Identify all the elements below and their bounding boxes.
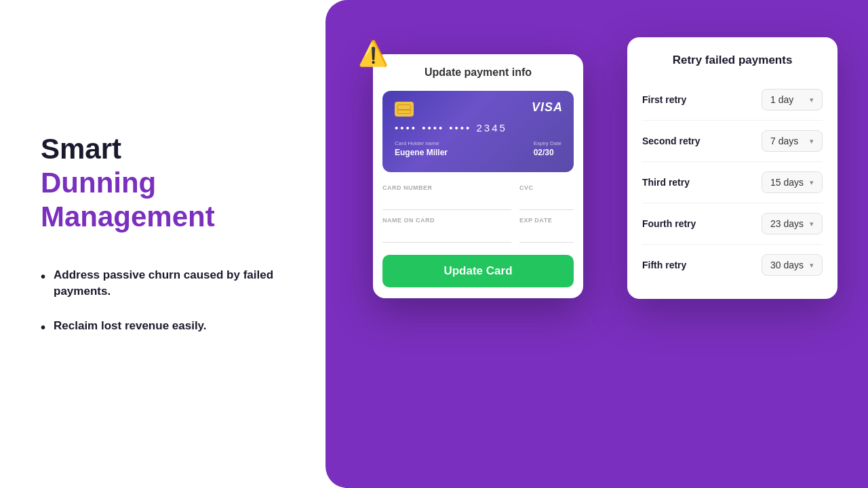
card-holder-group: Card Holder name Eugene Miller [395, 140, 448, 157]
retry-label-2: Second retry [642, 136, 701, 146]
retry-item-5: Fifth retry30 days▾ [642, 245, 823, 285]
retry-item-1: First retry1 day▾ [642, 79, 823, 121]
bullet-item-1: Address passive churn caused by failed p… [41, 267, 285, 300]
retry-label-4: Fourth retry [642, 218, 696, 229]
heading-line3: Management [41, 200, 285, 234]
chevron-down-icon: ▾ [810, 261, 814, 270]
retry-item-4: Fourth retry23 days▾ [642, 203, 823, 245]
name-field: NAME ON CARD [382, 217, 511, 243]
payment-form: CARD NUMBER CVC NAME ON CARD EXP DATE [373, 178, 583, 298]
exp-label: EXP DATE [519, 217, 574, 224]
retry-items-container: First retry1 day▾Second retry7 days▾Thir… [642, 79, 823, 285]
form-row-2: NAME ON CARD EXP DATE [382, 217, 574, 243]
card-number-field: CARD NUMBER [382, 184, 511, 210]
card-chip [395, 102, 414, 117]
retry-dropdown-1[interactable]: 1 day▾ [762, 89, 823, 110]
card-brand: VISA [532, 100, 563, 115]
card-expiry-group: Expiry Date 02/30 [534, 140, 561, 157]
left-panel: Smart Dunning Management Address passive… [0, 0, 326, 488]
retry-value-2: 7 days [770, 136, 798, 146]
right-panel: ⚠️ Update payment info VISA •••• •••• ••… [326, 0, 868, 488]
retry-item-2: Second retry7 days▾ [642, 121, 823, 162]
retry-value-1: 1 day [770, 94, 793, 105]
retry-label-3: Third retry [642, 177, 690, 188]
warning-icon: ⚠️ [358, 39, 389, 68]
expiry-label: Expiry Date [534, 140, 561, 146]
cvc-label: CVC [519, 184, 574, 191]
retry-dropdown-5[interactable]: 30 days▾ [762, 254, 823, 276]
bullet-list: Address passive churn caused by failed p… [41, 267, 285, 357]
holder-label: Card Holder name [395, 140, 448, 146]
card-number-input[interactable] [382, 194, 511, 210]
card-number-display: •••• •••• •••• 2345 [395, 122, 561, 134]
update-card-button[interactable]: Update Card [382, 255, 574, 287]
retry-value-3: 15 days [770, 177, 804, 188]
credit-card-visual: VISA •••• •••• •••• 2345 Card Holder nam… [382, 91, 574, 172]
retry-dropdown-4[interactable]: 23 days▾ [762, 213, 823, 235]
chevron-down-icon: ▾ [810, 178, 814, 187]
cvc-input[interactable] [519, 194, 574, 210]
exp-field: EXP DATE [519, 217, 574, 243]
exp-input[interactable] [519, 226, 574, 243]
name-label: NAME ON CARD [382, 217, 511, 224]
retry-label-5: Fifth retry [642, 260, 686, 270]
card-number-label: CARD NUMBER [382, 184, 511, 191]
form-row-1: CARD NUMBER CVC [382, 184, 574, 210]
retry-value-4: 23 days [770, 218, 804, 229]
retry-item-3: Third retry15 days▾ [642, 162, 823, 203]
retry-dropdown-3[interactable]: 15 days▾ [762, 171, 823, 193]
retry-dropdown-2[interactable]: 7 days▾ [762, 130, 823, 152]
bullet-item-2: Reclaim lost revenue easily. [41, 318, 285, 337]
holder-name: Eugene Miller [395, 148, 448, 157]
retry-value-5: 30 days [770, 260, 804, 270]
heading: Smart Dunning Management [41, 132, 285, 235]
retry-panel-title: Retry failed payments [642, 54, 823, 67]
payment-card-container: Update payment info VISA •••• •••• •••• … [373, 54, 583, 298]
payment-card-header: Update payment info [373, 54, 583, 85]
retry-label-1: First retry [642, 94, 686, 105]
card-chip-lines [397, 104, 411, 114]
chevron-down-icon: ▾ [810, 220, 814, 228]
card-info-row: Card Holder name Eugene Miller Expiry Da… [395, 140, 561, 157]
expiry-value: 02/30 [534, 148, 561, 157]
name-input[interactable] [382, 226, 511, 243]
heading-line2: Dunning [41, 166, 285, 200]
chevron-down-icon: ▾ [810, 137, 814, 146]
bullet-text-2: Reclaim lost revenue easily. [54, 318, 207, 334]
bullet-text-1: Address passive churn caused by failed p… [54, 267, 285, 300]
cvc-field: CVC [519, 184, 574, 210]
chevron-down-icon: ▾ [810, 96, 814, 104]
retry-panel: Retry failed payments First retry1 day▾S… [627, 37, 837, 299]
heading-line1: Smart [41, 132, 285, 166]
